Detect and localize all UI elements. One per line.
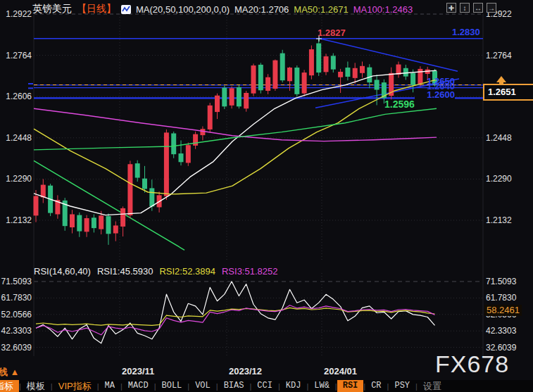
- rsi-axis-label-right: 42.3303: [486, 326, 517, 336]
- price-axis-label-left: 1.2606: [1, 91, 32, 101]
- price-axis-label-left: 1.2290: [1, 174, 32, 184]
- rsi-axis-label-left: 52.0566: [1, 310, 32, 320]
- price-axis-label-right: 1.2290: [486, 174, 517, 184]
- timeframe-label[interactable]: 【日线】: [77, 3, 116, 15]
- toolbar-item-vol[interactable]: VOL: [189, 380, 216, 392]
- toolbar-item-ma[interactable]: MA: [99, 380, 120, 392]
- toolbar-item-rsi[interactable]: RSI: [337, 380, 364, 392]
- resistance-level-label: 1.2830: [452, 27, 480, 37]
- indicator-toolbar: 指标|模板|VIP指标|MA|MACD|BOLL|VOL|BIAS|CCI|KD…: [0, 380, 533, 392]
- chart-window: 英镑美元 【日线】 MA(20,50,100,200,0,0) MA20:1.2…: [0, 0, 533, 392]
- rsi-params: RSI(14,60,40): [34, 266, 91, 277]
- toolbar-item-设置[interactable]: 设置: [418, 380, 447, 392]
- rsi-axis-label-left: 42.3303: [1, 326, 32, 336]
- toolbar-item-cci[interactable]: CCI: [251, 380, 278, 392]
- x-axis-label-nov: 2023/11: [122, 366, 154, 377]
- rsi-axis-label-left: 61.7830: [1, 293, 32, 303]
- price-axis-label-left: 1.2132: [1, 215, 32, 225]
- rsi-axis-label-right: 61.7830: [486, 293, 517, 303]
- rsi-axis-label-left: 32.6039: [1, 343, 32, 353]
- price-axis-label-left: 1.2922: [1, 9, 32, 19]
- pane-collapse-toggle[interactable]: 日线 ▲: [0, 366, 19, 379]
- toolbar-item-bias[interactable]: BIAS: [218, 380, 250, 392]
- chart-header: 英镑美元 【日线】 MA(20,50,100,200,0,0) MA20:1.2…: [32, 2, 413, 16]
- chart-tool-buttons: ✚↕↔→: [446, 3, 496, 13]
- ma100-value: MA100:1.2463: [353, 4, 413, 15]
- shift-right-icon[interactable]: →: [487, 3, 496, 13]
- candles-layer: [34, 39, 438, 245]
- toolbar-item-macd[interactable]: MACD: [123, 380, 154, 392]
- symbol-name: 英镑美元: [32, 3, 72, 15]
- price-axis-label-right: 1.2448: [486, 133, 517, 143]
- toolbar-item-lw&[interactable]: LW&: [308, 380, 335, 392]
- toolbar-item-cr[interactable]: CR: [365, 380, 387, 392]
- toolbar-item-指标[interactable]: 指标: [0, 380, 19, 392]
- zoom-x-axis-icon[interactable]: ↔: [473, 3, 483, 13]
- pan-crosshair-icon[interactable]: ✚: [446, 3, 456, 13]
- rsi2-value: RSI2:52.3894: [159, 266, 215, 277]
- ma200-price-label: 1.2596: [384, 99, 415, 110]
- rsi-current-value-badge: 58.2461: [484, 305, 522, 316]
- chart-canvas[interactable]: [0, 0, 533, 392]
- level-1.2600-label: 1.2600: [415, 89, 455, 100]
- zoom-y-axis-icon[interactable]: ↕: [460, 3, 470, 13]
- rsi-axis-label-right: 71.5093: [486, 277, 517, 286]
- price-axis-label-right: 1.2764: [486, 51, 517, 61]
- indicator-chart-icon[interactable]: [121, 5, 131, 14]
- price-axis-label-left: 1.2448: [1, 133, 32, 143]
- toolbar-item-boll[interactable]: BOLL: [156, 380, 187, 392]
- rsi-axis-label-left: 71.5093: [1, 277, 32, 286]
- last-price-box: 1.2651: [483, 84, 533, 101]
- fx678-watermark: FX678: [435, 350, 509, 378]
- price-axis-label-right: 1.2132: [486, 215, 517, 225]
- toolbar-item-模板[interactable]: 模板: [21, 380, 51, 392]
- rsi3-value: RSI3:51.8252: [222, 266, 278, 277]
- x-axis-label-dec: 2023/12: [229, 366, 262, 377]
- x-axis-label-jan: 2024/01: [324, 366, 357, 377]
- swing-high-label: 1.2827: [318, 27, 346, 38]
- rsi-header: RSI(14,60,40) RSI1:45.5930 RSI2:52.3894 …: [34, 266, 277, 277]
- rsi1-value: RSI1:45.5930: [97, 266, 153, 277]
- price-axis-label-left: 1.2764: [1, 51, 32, 61]
- toolbar-item-psy[interactable]: PSY: [389, 380, 415, 392]
- ma50-value: MA50:1.2671: [294, 4, 348, 15]
- ma-settings-label: MA(20,50,100,200,0,0): [136, 4, 230, 15]
- ma20-value: MA20:1.2706: [234, 4, 289, 15]
- toolbar-item-vip指标[interactable]: VIP指标: [53, 380, 97, 392]
- toolbar-item-kdj[interactable]: KDJ: [280, 380, 307, 392]
